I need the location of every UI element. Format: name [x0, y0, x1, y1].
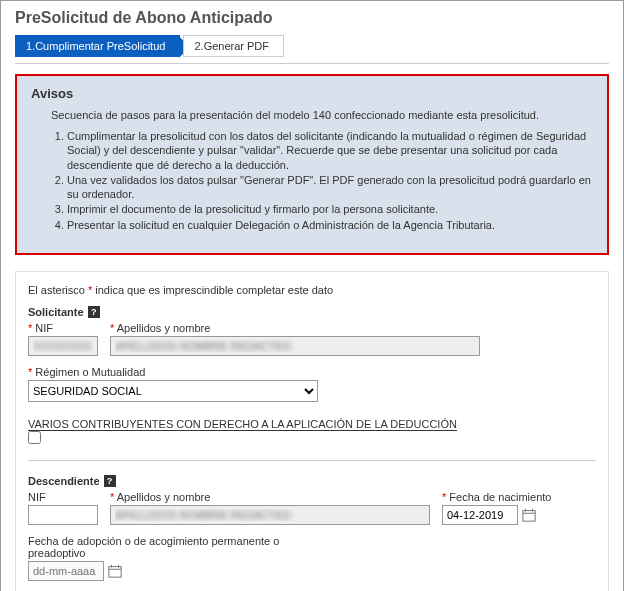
- fecha-nac-label: * Fecha de nacimiento: [442, 491, 582, 503]
- main-form: El asterisco * indica que es imprescindi…: [15, 271, 609, 591]
- fecha-nac-input[interactable]: [442, 505, 518, 525]
- solicitante-nif-input[interactable]: [28, 336, 98, 356]
- help-icon[interactable]: ?: [88, 306, 100, 318]
- help-icon[interactable]: ?: [104, 475, 116, 487]
- step-2[interactable]: 2.Generar PDF: [183, 35, 284, 57]
- required-hint: El asterisco * indica que es imprescindi…: [28, 284, 596, 296]
- divider: [28, 460, 596, 461]
- steps-nav: 1.Cumplimentar PreSolicitud 2.Generar PD…: [15, 35, 609, 64]
- calendar-icon[interactable]: [522, 508, 536, 522]
- desc-name-label: * Apellidos y nombre: [110, 491, 430, 503]
- regimen-label: * Régimen o Mutualidad: [28, 366, 318, 378]
- solicitante-name-input[interactable]: [110, 336, 480, 356]
- solicitante-heading: Solicitante ?: [28, 306, 596, 318]
- descendiente-heading: Descendiente ?: [28, 475, 596, 487]
- varios-contrib-checkbox[interactable]: [28, 431, 41, 444]
- avisos-list: Cumplimentar la presolicitud con los dat…: [67, 129, 593, 232]
- avisos-box: Avisos Secuencia de pasos para la presen…: [15, 74, 609, 255]
- svg-rect-0: [523, 511, 535, 522]
- avisos-item: Cumplimentar la presolicitud con los dat…: [67, 129, 593, 172]
- varios-contrib-link[interactable]: VARIOS CONTRIBUYENTES CON DERECHO A LA A…: [28, 418, 457, 431]
- fecha-adop-label: Fecha de adopción o de acogimiento perma…: [28, 535, 328, 559]
- avisos-sequence: Secuencia de pasos para la presentación …: [51, 109, 593, 121]
- avisos-item: Presentar la solicitud en cualquier Dele…: [67, 218, 593, 232]
- descendiente-name-input[interactable]: [110, 505, 430, 525]
- page-title: PreSolicitud de Abono Anticipado: [15, 9, 609, 27]
- calendar-icon[interactable]: [108, 564, 122, 578]
- page: PreSolicitud de Abono Anticipado 1.Cumpl…: [0, 0, 624, 591]
- step-1[interactable]: 1.Cumplimentar PreSolicitud: [15, 35, 180, 57]
- fecha-adop-input[interactable]: [28, 561, 104, 581]
- descendiente-nif-input[interactable]: [28, 505, 98, 525]
- avisos-item: Una vez validados los datos pulsar "Gene…: [67, 173, 593, 202]
- nif-label: * NIF: [28, 322, 98, 334]
- name-label: * Apellidos y nombre: [110, 322, 480, 334]
- svg-rect-4: [109, 567, 121, 578]
- avisos-item: Imprimir el documento de la presolicitud…: [67, 202, 593, 216]
- desc-nif-label: NIF: [28, 491, 98, 503]
- avisos-heading: Avisos: [31, 86, 593, 101]
- regimen-select[interactable]: SEGURIDAD SOCIAL: [28, 380, 318, 402]
